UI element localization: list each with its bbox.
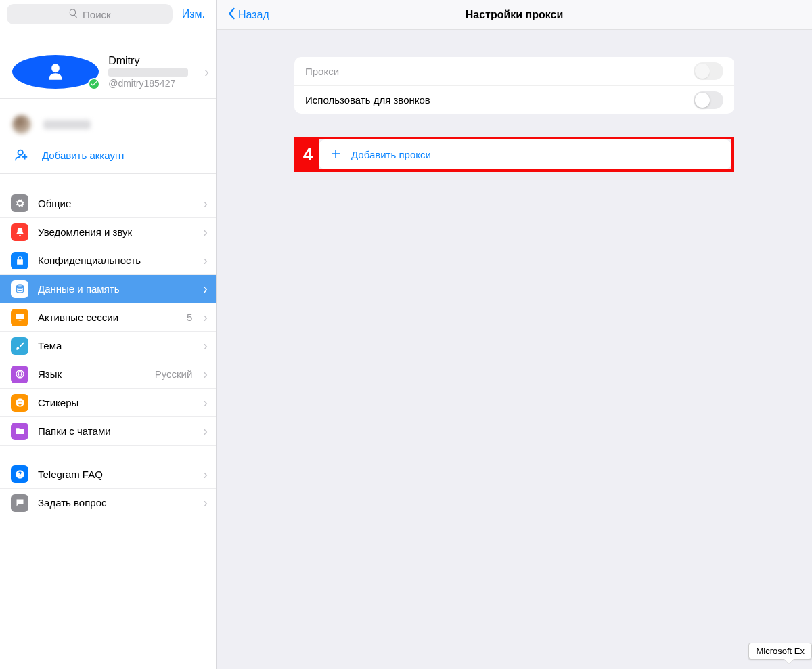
chevron-right-icon: › bbox=[203, 309, 208, 325]
plus-icon bbox=[330, 148, 342, 162]
profile-name: Dmitry bbox=[108, 55, 195, 67]
tooltip-microsoft: Microsoft Ex bbox=[748, 643, 812, 660]
item-detail: 5 bbox=[187, 311, 192, 323]
sidebar-item-ask[interactable]: Задать вопрос › bbox=[0, 488, 216, 517]
item-label: Общие bbox=[38, 198, 194, 209]
chevron-right-icon: › bbox=[203, 224, 208, 240]
svg-point-0 bbox=[18, 150, 23, 155]
use-for-calls-row: Использовать для звонков bbox=[294, 85, 734, 114]
item-label: Стикеры bbox=[38, 397, 194, 408]
item-label: Задать вопрос bbox=[38, 497, 194, 509]
proxy-settings-card: Прокси Использовать для звонков bbox=[294, 57, 734, 114]
gear-icon bbox=[11, 194, 28, 212]
chevron-right-icon: › bbox=[203, 395, 208, 410]
add-account-label: Добавить аккаунт bbox=[42, 150, 125, 161]
lock-icon bbox=[11, 252, 28, 269]
chevron-right-icon: › bbox=[203, 366, 208, 382]
profile-text: Dmitry @dmitry185427 bbox=[108, 55, 195, 89]
item-label: Конфиденциальность bbox=[38, 255, 194, 266]
search-placeholder: Поиск bbox=[83, 9, 111, 20]
item-label: Язык bbox=[38, 368, 145, 380]
account-switch-section: Добавить аккаунт bbox=[0, 99, 216, 174]
calls-label: Использовать для звонков bbox=[305, 94, 694, 106]
other-account-row[interactable] bbox=[0, 111, 216, 141]
item-detail: Русский bbox=[155, 368, 193, 380]
brush-icon bbox=[11, 337, 28, 355]
settings-sidebar: Поиск Изм. Dmitry @dmitry185427 › Добави… bbox=[0, 0, 217, 669]
chevron-right-icon: › bbox=[203, 338, 208, 353]
use-for-calls-toggle[interactable] bbox=[694, 91, 723, 109]
add-proxy-button[interactable]: Добавить прокси bbox=[319, 139, 731, 169]
sidebar-item-stickers[interactable]: Стикеры › bbox=[0, 388, 216, 416]
profile-row[interactable]: Dmitry @dmitry185427 › bbox=[0, 45, 216, 99]
smile-icon bbox=[11, 394, 28, 412]
item-label: Активные сессии bbox=[38, 311, 177, 323]
profile-avatar bbox=[12, 55, 99, 89]
chat-icon bbox=[11, 494, 28, 512]
back-button[interactable]: Назад bbox=[217, 7, 269, 22]
item-label: Telegram FAQ bbox=[38, 469, 194, 480]
sidebar-item-faq[interactable]: Telegram FAQ › bbox=[0, 460, 216, 488]
proxy-label: Прокси bbox=[305, 66, 694, 77]
add-account-icon bbox=[12, 148, 31, 163]
add-account-button[interactable]: Добавить аккаунт bbox=[0, 141, 216, 173]
sidebar-item-privacy[interactable]: Конфиденциальность › bbox=[0, 246, 216, 274]
chevron-right-icon: › bbox=[203, 495, 208, 511]
main-panel: Назад Настройки прокси Прокси Использова… bbox=[217, 0, 812, 669]
list-gap bbox=[0, 445, 216, 460]
other-account-avatar bbox=[12, 115, 31, 134]
chevron-right-icon: › bbox=[204, 64, 209, 80]
annotation-4-highlight: 4 Добавить прокси bbox=[294, 137, 734, 172]
back-label: Назад bbox=[238, 9, 269, 21]
chevron-left-icon bbox=[227, 7, 235, 22]
annotation-number: 4 bbox=[297, 139, 319, 169]
question-icon bbox=[11, 465, 28, 483]
item-label: Тема bbox=[38, 340, 194, 351]
sidebar-item-general[interactable]: Общие › bbox=[0, 189, 216, 217]
search-icon bbox=[68, 8, 78, 20]
sidebar-item-language[interactable]: Язык Русский › bbox=[0, 360, 216, 388]
monitor-icon bbox=[11, 309, 28, 326]
item-label: Уведомления и звук bbox=[38, 226, 194, 238]
proxy-toggle-row: Прокси bbox=[294, 57, 734, 85]
proxy-toggle bbox=[694, 62, 723, 80]
folder-icon bbox=[11, 423, 28, 440]
chevron-right-icon: › bbox=[203, 196, 208, 211]
bell-icon bbox=[11, 223, 28, 241]
settings-list-1: Общие › Уведомления и звук › Конфиденциа… bbox=[0, 189, 216, 445]
sidebar-item-sessions[interactable]: Активные сессии 5 › bbox=[0, 303, 216, 331]
add-proxy-label: Добавить прокси bbox=[351, 149, 431, 160]
sidebar-item-notifications[interactable]: Уведомления и звук › bbox=[0, 217, 216, 246]
chevron-right-icon: › bbox=[203, 467, 208, 482]
tooltip-text: Microsoft Ex bbox=[756, 646, 805, 656]
sidebar-item-theme[interactable]: Тема › bbox=[0, 331, 216, 360]
verified-badge-icon bbox=[88, 78, 100, 90]
search-input[interactable]: Поиск bbox=[7, 4, 173, 24]
sidebar-item-data[interactable]: Данные и память › bbox=[0, 274, 216, 303]
profile-handle: @dmitry185427 bbox=[108, 78, 195, 89]
sidebar-item-folders[interactable]: Папки с чатами › bbox=[0, 416, 216, 445]
item-label: Папки с чатами bbox=[38, 425, 194, 437]
search-row: Поиск Изм. bbox=[0, 0, 216, 28]
chevron-right-icon: › bbox=[203, 281, 208, 297]
chevron-right-icon: › bbox=[203, 253, 208, 268]
chevron-right-icon: › bbox=[203, 423, 208, 439]
settings-list-2: Telegram FAQ › Задать вопрос › bbox=[0, 460, 216, 517]
page-title: Настройки прокси bbox=[217, 9, 812, 21]
topbar: Назад Настройки прокси bbox=[217, 0, 812, 30]
other-account-name-redacted bbox=[43, 120, 91, 129]
item-label: Данные и память bbox=[38, 283, 194, 295]
globe-icon bbox=[11, 366, 28, 383]
edit-button[interactable]: Изм. bbox=[179, 8, 208, 20]
profile-phone-redacted bbox=[108, 68, 188, 77]
database-icon bbox=[11, 280, 28, 298]
content-area: Прокси Использовать для звонков 4 Добави… bbox=[217, 30, 812, 172]
